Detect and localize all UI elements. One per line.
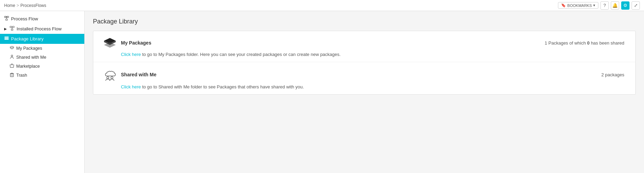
breadcrumb-current: ProcessFlows — [20, 3, 46, 8]
svg-rect-8 — [11, 29, 13, 30]
page-title: Package Library — [93, 18, 636, 25]
svg-rect-11 — [4, 39, 9, 40]
breadcrumb-separator: > — [17, 3, 19, 8]
my-packages-count2: 0 — [587, 40, 589, 46]
help-button[interactable]: ? — [600, 1, 609, 10]
svg-rect-12 — [4, 37, 9, 37]
my-packages-link[interactable]: Click here — [121, 52, 141, 57]
sidebar-item-trash[interactable]: Trash — [0, 71, 84, 80]
shared-with-me-desc: Click here to go to Shared with Me folde… — [102, 84, 627, 89]
sidebar-item-marketplace[interactable]: Marketplace — [0, 62, 84, 71]
sidebar-label-my-packages: My Packages — [16, 46, 42, 51]
bell-icon: 🔔 — [612, 3, 618, 8]
svg-point-22 — [107, 77, 109, 79]
shared-with-me-header: Shared with Me 2 packages — [102, 68, 627, 81]
sidebar-label-process-flow: Process Flow — [11, 16, 38, 21]
navbar: Home > ProcessFlows 🔖 BOOKMARKS ▾ ? 🔔 ⚙ … — [0, 0, 644, 11]
expand-arrow-icon: ▶ — [4, 27, 7, 31]
sidebar-label-marketplace: Marketplace — [16, 64, 40, 69]
navbar-actions: 🔖 BOOKMARKS ▾ ? 🔔 ⚙ ⤢ — [558, 1, 640, 10]
shared-with-me-section: Shared with Me 2 packages Click here to … — [93, 62, 635, 94]
sidebar-item-my-packages[interactable]: My Packages — [0, 44, 84, 53]
my-packages-title: My Packages — [118, 40, 544, 46]
shared-with-me-section-icon — [102, 68, 118, 81]
bookmarks-arrow-icon: ▾ — [593, 3, 595, 8]
my-packages-desc: Click here to go to My Packages folder. … — [102, 52, 627, 57]
my-packages-meta: 1 Packages of which 0 has been shared — [544, 40, 627, 46]
breadcrumb-home[interactable]: Home — [4, 3, 15, 8]
shared-with-me-meta-suffix: packages — [604, 72, 624, 77]
my-packages-section-icon — [102, 37, 118, 48]
my-packages-count: 1 — [544, 40, 547, 46]
shared-with-me-desc-text: to go to Shared with Me folder to see Pa… — [141, 84, 304, 89]
my-packages-meta-suffix: has been shared — [590, 40, 624, 46]
sidebar: Process Flow ▶ Installed Process Flow Pa… — [0, 11, 85, 173]
sidebar-label-installed-process-flow: Installed Process Flow — [17, 26, 61, 31]
my-packages-section: My Packages 1 Packages of which 0 has be… — [93, 31, 635, 62]
sidebar-item-shared-with-me[interactable]: Shared with Me — [0, 53, 84, 62]
marketplace-icon — [10, 64, 14, 69]
package-library-icon — [4, 36, 9, 42]
bookmarks-button[interactable]: 🔖 BOOKMARKS ▾ — [558, 2, 598, 9]
sidebar-label-shared-with-me: Shared with Me — [16, 55, 46, 60]
shared-with-me-count: 2 — [602, 72, 604, 77]
my-packages-icon — [10, 46, 14, 51]
notifications-button[interactable]: 🔔 — [611, 1, 619, 10]
breadcrumb: Home > ProcessFlows — [4, 3, 46, 8]
sidebar-label-package-library: Package Library — [11, 36, 44, 41]
shared-with-me-meta: 2 packages — [602, 72, 627, 77]
trash-icon — [10, 73, 14, 78]
installed-process-flow-icon — [10, 26, 15, 32]
gear-icon: ⚙ — [623, 3, 627, 8]
my-packages-desc-text: to go to My Packages folder. Here you ca… — [141, 52, 341, 57]
process-flow-icon — [4, 16, 9, 22]
svg-marker-13 — [10, 46, 14, 48]
my-packages-header: My Packages 1 Packages of which 0 has be… — [102, 37, 627, 48]
expand-icon: ⤢ — [634, 3, 638, 8]
settings-button[interactable]: ⚙ — [621, 1, 629, 10]
svg-rect-2 — [6, 19, 8, 20]
sidebar-item-package-library[interactable]: Package Library — [0, 34, 84, 44]
my-packages-meta-middle: Packages of which — [547, 40, 587, 46]
main-layout: Process Flow ▶ Installed Process Flow Pa… — [0, 11, 644, 173]
shared-with-me-link[interactable]: Click here — [121, 84, 141, 89]
sidebar-item-process-flow[interactable]: Process Flow — [0, 14, 84, 24]
svg-rect-15 — [10, 74, 13, 77]
svg-rect-10 — [4, 38, 9, 39]
sidebar-label-trash: Trash — [16, 73, 27, 78]
expand-button[interactable]: ⤢ — [632, 1, 640, 10]
svg-point-23 — [111, 77, 113, 79]
main-content: Package Library My Packages 1 P — [85, 11, 644, 173]
svg-rect-7 — [12, 26, 14, 28]
sidebar-item-installed-process-flow[interactable]: ▶ Installed Process Flow — [0, 24, 84, 34]
help-icon: ? — [603, 3, 606, 8]
package-library-card: My Packages 1 Packages of which 0 has be… — [93, 31, 636, 95]
bookmarks-label: BOOKMARKS — [567, 3, 592, 8]
shared-with-me-icon — [10, 55, 14, 60]
bookmark-icon: 🔖 — [561, 3, 566, 8]
svg-rect-6 — [10, 26, 12, 28]
shared-with-me-title: Shared with Me — [118, 72, 602, 77]
svg-point-14 — [11, 55, 13, 57]
